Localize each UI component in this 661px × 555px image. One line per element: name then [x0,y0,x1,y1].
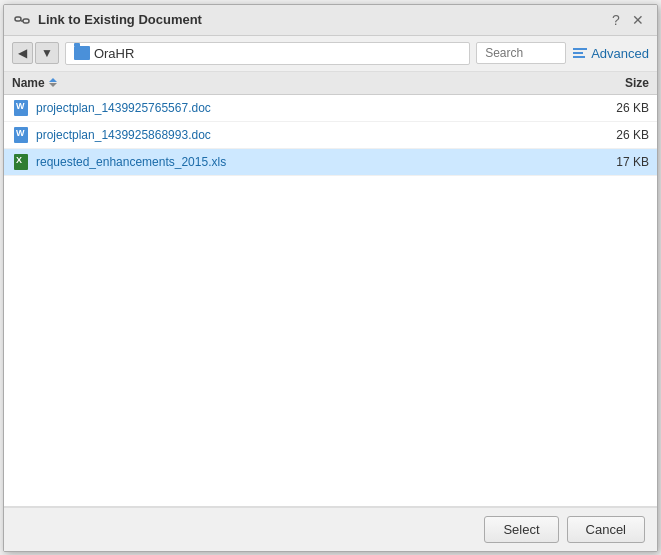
back-button[interactable]: ◀ [12,42,33,64]
doc-type-icon [14,127,28,143]
sort-icons[interactable] [49,78,57,87]
table-row[interactable]: requested_enhancements_2015.xls 17 KB [4,149,657,176]
table-row[interactable]: projectplan_1439925868993.doc 26 KB [4,122,657,149]
dialog-window: Link to Existing Document ? ✕ ◀ ▼ OraHR [3,4,658,552]
nav-controls: ◀ ▼ [12,42,59,64]
table-row[interactable]: projectplan_1439925765567.doc 26 KB [4,95,657,122]
svg-rect-3 [573,48,587,50]
file-size: 17 KB [589,155,649,169]
advanced-link[interactable]: Advanced [572,45,649,61]
xls-type-icon [14,154,28,170]
svg-rect-0 [15,17,21,21]
header-name: Name [12,76,589,90]
folder-icon [74,46,90,60]
folder-name: OraHR [94,46,134,61]
svg-rect-1 [23,19,29,23]
file-name: requested_enhancements_2015.xls [36,155,589,169]
advanced-label: Advanced [591,46,649,61]
cancel-button[interactable]: Cancel [567,516,645,543]
file-size: 26 KB [589,101,649,115]
title-bar-left: Link to Existing Document [14,12,202,28]
file-list-header: Name Size [4,72,657,95]
back-icon: ◀ [18,46,27,60]
folder-location: OraHR [65,42,470,65]
svg-rect-5 [573,56,585,58]
dropdown-arrow-icon: ▼ [41,46,53,60]
title-bar: Link to Existing Document ? ✕ [4,5,657,36]
file-icon-doc [12,99,30,117]
dialog-title: Link to Existing Document [38,12,202,27]
dialog-footer: Select Cancel [4,507,657,551]
file-size: 26 KB [589,128,649,142]
toolbar: ◀ ▼ OraHR Advanced [4,36,657,72]
close-button[interactable]: ✕ [629,11,647,29]
file-icon-doc [12,126,30,144]
help-button[interactable]: ? [607,11,625,29]
advanced-icon [572,45,588,61]
sort-down-icon [49,83,57,87]
title-bar-right: ? ✕ [607,11,647,29]
file-list-container: Name Size projectplan_1439925765567.doc … [4,72,657,507]
file-name: projectplan_1439925868993.doc [36,128,589,142]
search-section [476,42,566,64]
select-button[interactable]: Select [484,516,558,543]
header-size: Size [589,76,649,90]
file-icon-xls [12,153,30,171]
sort-up-icon [49,78,57,82]
link-icon [14,12,30,28]
doc-type-icon [14,100,28,116]
svg-rect-4 [573,52,583,54]
search-input[interactable] [476,42,566,64]
dropdown-button[interactable]: ▼ [35,42,59,64]
file-name: projectplan_1439925765567.doc [36,101,589,115]
